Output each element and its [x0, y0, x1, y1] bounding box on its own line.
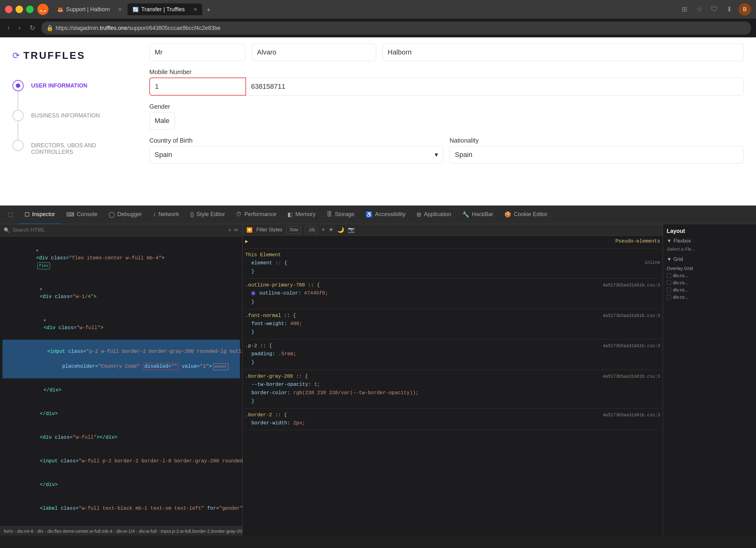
grid-checkbox-4[interactable] — [667, 295, 671, 299]
devtools-tab-memory[interactable]: ◧ Memory — [282, 205, 321, 224]
breadcrumb-input[interactable]: input.p-2.w-full.border-2.border-gray-20… — [161, 528, 242, 534]
grid-title[interactable]: ▼ Grid — [667, 256, 752, 262]
title-input[interactable] — [149, 44, 245, 61]
border-2-selector: .border-2 :: { — [245, 412, 287, 418]
devtools-tab-accessibility[interactable]: ♿ Accessibility — [360, 205, 411, 224]
grid-section: ▼ Grid Overlay Grid div.cs... div.cs... … — [667, 256, 752, 301]
tab1-title: Support | Halborn — [66, 6, 110, 13]
mobile-code-input[interactable] — [149, 77, 246, 96]
pick-element-icon[interactable]: ✏ — [234, 227, 239, 233]
step-item-3: DIRECTORS, UBOS AND CONTROLLERS — [12, 140, 124, 155]
pseudo-elements-header[interactable]: ▶ Pseudo-elements — [245, 238, 660, 244]
screenshot-icon[interactable]: 📷 — [348, 226, 355, 233]
grid-div-item-3[interactable]: div.cs... — [667, 286, 752, 293]
address-bar[interactable]: 🔒 https://stagadmin.truffles.one/support… — [41, 21, 751, 35]
html-panel: ▼ <div class="flex items-center w-full m… — [0, 236, 242, 526]
light-toggle-icon[interactable]: ☀ — [329, 226, 334, 233]
profile-avatar[interactable]: B — [739, 3, 751, 16]
lastname-field — [382, 44, 744, 61]
grid-checkbox-1[interactable] — [667, 273, 671, 278]
mobile-number-input[interactable] — [246, 77, 744, 96]
lastname-input[interactable] — [382, 44, 744, 61]
pseudo-hov-button[interactable]: :hov — [286, 226, 301, 233]
html-search-bar: 🔍 + ✏ — [0, 224, 242, 236]
grid-div-item-1[interactable]: div.cs... — [667, 272, 752, 279]
download-icon[interactable]: ⬇ — [724, 4, 735, 15]
html-search-input[interactable] — [12, 227, 226, 233]
select-flex-placeholder: Select a Fle... — [667, 246, 752, 251]
html-line-4-selected[interactable]: <input class="p-2 w-full border-2 border… — [2, 340, 240, 378]
country-birth-select[interactable]: Spain ▾ — [149, 146, 443, 163]
p-2-close: } — [245, 358, 660, 367]
devtools-tab-console[interactable]: ⌨ Console — [61, 205, 103, 224]
nationality-select[interactable]: Spain — [450, 146, 744, 163]
step-line-1 — [18, 91, 18, 110]
extensions-icon[interactable]: ⊞ — [679, 4, 690, 15]
breadcrumb-w14[interactable]: div.w-1/4 — [116, 528, 135, 534]
html-line-7[interactable]: <div class="w-full"></div> — [2, 426, 240, 449]
breadcrumb-wfull[interactable]: div.w-full — [139, 528, 156, 534]
breadcrumb-flex-items[interactable]: div.flex.items-center.w-full.mb-4 — [47, 528, 112, 534]
maximize-button[interactable] — [26, 6, 34, 13]
devtools-tab-style-editor[interactable]: {} Style Editor — [184, 205, 231, 224]
overlay-grid-item[interactable]: Overlay Grid — [667, 264, 752, 272]
devtools-tab-performance[interactable]: ⏱ Performance — [231, 205, 282, 224]
breadcrumb-div[interactable]: div — [37, 528, 43, 534]
html-line-5[interactable]: </div> — [2, 378, 240, 402]
border-gray-source: 4a5173b5aa31d41b.css:3 — [603, 374, 660, 379]
browser-tab-2[interactable]: 🔄 Transfer | Truffles ✕ — [128, 3, 202, 15]
breadcrumb-form[interactable]: form — [4, 528, 13, 534]
breadcrumb-div-mt8[interactable]: div.mt-8 — [17, 528, 33, 534]
gender-input[interactable]: Male — [149, 112, 175, 129]
html-line-8[interactable]: <input class="w-full p-2 border-2 border… — [2, 449, 240, 473]
tab1-close[interactable]: ✕ — [118, 7, 122, 12]
country-birth-chevron: ▾ — [435, 151, 438, 159]
devtools-tabs: ⬚ ☐ Inspector ⌨ Console ◯ Debugger ↕ Net… — [0, 205, 756, 224]
grid-div-item-2[interactable]: div.cs... — [667, 279, 752, 286]
dark-toggle-icon[interactable]: 🌙 — [337, 226, 344, 233]
tab2-close[interactable]: ✕ — [193, 7, 197, 12]
reload-button[interactable]: ↻ — [27, 23, 38, 33]
devtools-tab-hackbar[interactable]: 🔧 HackBar — [457, 205, 499, 224]
browser-tab-1[interactable]: 🦊 Support | Halborn ✕ — [52, 3, 127, 15]
devtools-tab-network[interactable]: ↕ Network — [147, 205, 184, 224]
devtools-tab-application[interactable]: ⊞ Application — [411, 205, 457, 224]
grid-div-item-4[interactable]: div.cs... — [667, 293, 752, 301]
html-line-3[interactable]: ▼ <div class="w-full"> — [2, 309, 240, 340]
inline-source: inline — [645, 259, 660, 266]
p-2-selector: .p-2 :: { — [245, 343, 272, 349]
devtools-pick-tool[interactable]: ⬚ — [2, 205, 19, 224]
html-line-11[interactable]: ▶ <div class="font-normal px-0 h-12 item… — [2, 520, 240, 526]
devtools-tab-inspector[interactable]: ☐ Inspector — [19, 205, 61, 224]
minimize-button[interactable] — [16, 6, 23, 13]
close-button[interactable] — [5, 6, 12, 13]
cls-button[interactable]: .cls — [305, 226, 318, 233]
devtools-tab-cookie-editor[interactable]: 🍪 Cookie Editor — [499, 205, 553, 224]
layout-title: Layout — [667, 228, 752, 234]
this-element-label: This Element — [245, 252, 281, 258]
step-circle-2 — [12, 110, 24, 121]
forward-button[interactable]: › — [16, 23, 23, 33]
mobile-container — [149, 77, 744, 96]
devtools-tab-storage[interactable]: 🗄 Storage — [321, 205, 360, 224]
flexbox-title[interactable]: ▼ Flexbox — [667, 238, 752, 244]
pseudo-elements-label: Pseudo-elements — [615, 238, 660, 244]
color-swatch[interactable] — [251, 292, 255, 295]
debugger-tab-label: Debugger — [117, 211, 142, 218]
firstname-input[interactable] — [252, 44, 376, 61]
html-line-9[interactable]: </div> — [2, 473, 240, 497]
html-line-2[interactable]: ▼ <div class="w-1/4"> — [2, 278, 240, 309]
add-node-icon[interactable]: + — [228, 227, 231, 233]
grid-checkbox-2[interactable] — [667, 281, 671, 285]
new-tab-button[interactable]: + — [203, 5, 214, 15]
html-line-6[interactable]: </div> — [2, 402, 240, 426]
bookmark-star-icon[interactable]: ☆ — [694, 4, 705, 15]
this-element-close: } — [245, 267, 660, 276]
add-rule-icon[interactable]: + — [322, 227, 325, 233]
devtools-tab-debugger[interactable]: ◯ Debugger — [103, 205, 147, 224]
html-line-10[interactable]: <label class="w-full text-black mb-1 tex… — [2, 497, 240, 520]
back-button[interactable]: ‹ — [5, 23, 12, 33]
grid-checkbox-3[interactable] — [667, 288, 671, 292]
shield-icon[interactable]: 🛡 — [709, 4, 720, 15]
html-line-1[interactable]: ▼ <div class="flex items-center w-full m… — [2, 239, 240, 278]
